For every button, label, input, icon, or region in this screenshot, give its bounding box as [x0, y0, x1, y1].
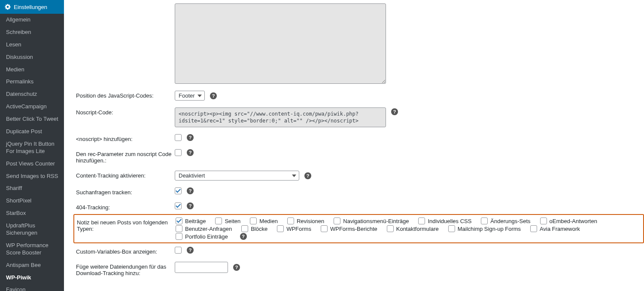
post-type-label: Änderungs-Sets — [490, 218, 530, 224]
help-icon[interactable]: ? — [187, 149, 194, 156]
sidebar-item-favicon[interactable]: Favicon — [0, 284, 64, 291]
post-type-option[interactable]: WPForms — [277, 225, 311, 232]
sidebar-item-better-click-to-tweet[interactable]: Better Click To Tweet — [0, 113, 64, 126]
sidebar-item-updraftplus-sicherungen[interactable]: UpdraftPlus Sicherungen — [0, 220, 64, 239]
rec-param-checkbox[interactable] — [175, 149, 182, 156]
post-type-checkbox[interactable] — [176, 217, 182, 224]
post-type-checkbox[interactable] — [530, 225, 537, 232]
sidebar-item-shortpixel[interactable]: ShortPixel — [0, 195, 64, 207]
sidebar-item-duplicate-post[interactable]: Duplicate Post — [0, 126, 64, 138]
sidebar-item-wp-performance-score-booster[interactable]: WP Performance Score Booster — [0, 239, 64, 259]
help-icon[interactable]: ? — [240, 233, 247, 240]
post-type-label: Revisionen — [297, 218, 324, 224]
post-type-label: Avia Framework — [540, 226, 580, 232]
help-icon[interactable]: ? — [187, 202, 194, 209]
noscript-code-textarea[interactable]: <noscript><p><img src="//www.content-iq.… — [175, 107, 386, 127]
post-type-checkbox[interactable] — [387, 225, 394, 232]
post-type-option[interactable]: Kontaktformulare — [387, 225, 439, 232]
post-type-label: Navigationsmenü-Einträge — [343, 218, 409, 224]
help-icon[interactable]: ? — [187, 134, 194, 141]
post-type-label: Seiten — [225, 218, 240, 224]
post-type-option[interactable]: oEmbed-Antworten — [540, 217, 597, 224]
post-type-checkbox[interactable] — [418, 217, 425, 224]
post-type-checkbox[interactable] — [215, 217, 222, 224]
help-icon[interactable]: ? — [187, 247, 194, 254]
post-type-option[interactable]: Mailchimp Sign-up Forms — [448, 225, 521, 232]
post-type-checkbox[interactable] — [540, 217, 547, 224]
admin-sidebar: Einstellungen AllgemeinSchreibenLesenDis… — [0, 0, 64, 291]
sidebar-menu-settings-label: Einstellungen — [14, 4, 47, 10]
post-type-option[interactable]: Individuelles CSS — [418, 217, 471, 224]
post-type-option[interactable]: Navigationsmenü-Einträge — [334, 217, 409, 224]
post-type-option[interactable]: Beiträge — [176, 217, 206, 224]
sidebar-item-jquery-pin-it-button-for-images-lite[interactable]: jQuery Pin It Button For Images Lite — [0, 138, 64, 158]
post-types-highlight: Notiz bei neuen Posts von folgenden Type… — [73, 214, 644, 243]
post-type-label: Beiträge — [185, 218, 206, 224]
sidebar-item-starbox[interactable]: StarBox — [0, 207, 64, 220]
tracking-code-textarea[interactable] — [175, 3, 386, 84]
search-tracking-label: Suchanfragen tracken: — [76, 187, 175, 196]
content-tracking-select[interactable]: Deaktiviert — [175, 171, 299, 181]
post-type-label: oEmbed-Antworten — [550, 218, 597, 224]
post-type-label: Medien — [259, 218, 278, 224]
tracking-404-checkbox[interactable] — [175, 202, 182, 209]
post-type-label: Mailchimp Sign-up Forms — [458, 226, 521, 232]
sidebar-item-allgemein[interactable]: Allgemein — [0, 14, 64, 26]
help-icon[interactable]: ? — [187, 187, 194, 194]
sidebar-item-permalinks[interactable]: Permalinks — [0, 76, 64, 88]
post-type-checkbox[interactable] — [334, 217, 340, 224]
content-tracking-label: Content-Tracking aktivieren: — [76, 171, 175, 179]
post-type-option[interactable]: Benutzer-Anfragen — [176, 225, 232, 232]
sidebar-item-send-images-to-rss[interactable]: Send Images to RSS — [0, 170, 64, 183]
post-type-checkbox[interactable] — [287, 217, 294, 224]
help-icon[interactable]: ? — [210, 92, 217, 99]
sidebar-item-shariff[interactable]: Shariff — [0, 182, 64, 195]
post-type-option[interactable]: Blöcke — [241, 225, 267, 232]
sidebar-item-diskussion[interactable]: Diskussion — [0, 51, 64, 64]
post-type-option[interactable]: Revisionen — [287, 217, 324, 224]
search-tracking-checkbox[interactable] — [175, 187, 182, 194]
js-position-label: Position des JavaScript-Codes: — [76, 91, 175, 99]
sidebar-menu-settings[interactable]: Einstellungen — [0, 0, 64, 14]
help-icon[interactable]: ? — [304, 172, 311, 179]
sidebar-item-datenschutz[interactable]: Datenschutz — [0, 88, 64, 101]
settings-content: Position des JavaScript-Codes: Footer ? … — [64, 0, 644, 291]
post-type-checkbox[interactable] — [241, 225, 248, 232]
post-type-label: Portfolio Einträge — [185, 233, 228, 240]
post-type-option[interactable]: Medien — [250, 217, 278, 224]
sidebar-item-antispam-bee[interactable]: Antispam Bee — [0, 259, 64, 272]
sidebar-item-medien[interactable]: Medien — [0, 64, 64, 76]
sidebar-item-post-views-counter[interactable]: Post Views Counter — [0, 158, 64, 170]
sidebar-item-schreiben[interactable]: Schreiben — [0, 26, 64, 39]
noscript-code-label: Noscript-Code: — [76, 107, 175, 116]
post-type-checkbox[interactable] — [250, 217, 257, 224]
post-type-option[interactable]: Avia Framework — [530, 225, 580, 232]
post-type-checkbox[interactable] — [481, 217, 488, 224]
tracking-code-label — [76, 3, 175, 5]
sidebar-item-lesen[interactable]: Lesen — [0, 39, 64, 51]
post-types-label: Notiz bei neuen Posts von folgenden Type… — [77, 217, 176, 232]
post-type-checkbox[interactable] — [176, 225, 182, 232]
post-type-checkbox[interactable] — [321, 225, 328, 232]
post-type-label: Blöcke — [251, 226, 267, 232]
sidebar-item-wp-piwik[interactable]: WP-Piwik — [0, 272, 64, 284]
post-type-option[interactable]: WPForms-Berichte — [321, 225, 377, 232]
post-type-label: WPForms — [286, 226, 311, 232]
post-type-label: Individuelles CSS — [428, 218, 471, 224]
custom-vars-checkbox[interactable] — [175, 247, 182, 254]
js-position-select[interactable]: Footer — [175, 91, 205, 101]
add-noscript-checkbox[interactable] — [175, 134, 182, 141]
post-type-option[interactable]: Portfolio Einträge — [176, 233, 228, 240]
rec-param-label: Den rec-Parameter zum noscript Code hinz… — [76, 149, 175, 164]
post-type-label: WPForms-Berichte — [330, 226, 377, 232]
post-type-checkbox[interactable] — [277, 225, 284, 232]
post-type-label: Kontaktformulare — [396, 226, 439, 232]
post-type-checkbox[interactable] — [176, 233, 182, 240]
post-type-option[interactable]: Seiten — [215, 217, 240, 224]
help-icon[interactable]: ? — [391, 108, 398, 115]
extensions-input[interactable] — [175, 262, 228, 273]
sidebar-item-activecampaign[interactable]: ActiveCampaign — [0, 101, 64, 113]
help-icon[interactable]: ? — [233, 264, 240, 271]
post-type-checkbox[interactable] — [448, 225, 455, 232]
post-type-option[interactable]: Änderungs-Sets — [481, 217, 530, 224]
